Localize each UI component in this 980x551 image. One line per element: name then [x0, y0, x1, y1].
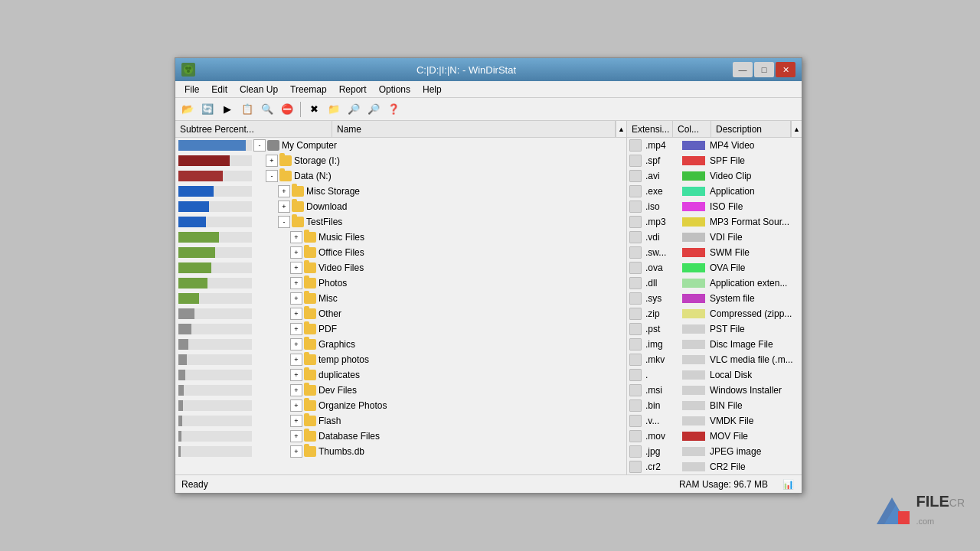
expand-button[interactable]: +	[290, 369, 302, 381]
ext-header-desc[interactable]: Description	[711, 121, 791, 137]
expand-button[interactable]: +	[290, 354, 302, 366]
expand-button[interactable]: +	[266, 155, 278, 167]
tree-header-percent[interactable]: Subtree Percent...	[175, 121, 332, 137]
toolbar-find-button[interactable]: 🔍	[258, 100, 276, 119]
tree-row[interactable]: +Organize Photos	[175, 398, 626, 413]
tree-row[interactable]: +Misc Storage	[175, 184, 626, 199]
ext-scroll-up[interactable]: ▲	[791, 121, 802, 137]
tree-row[interactable]: +Office Files	[175, 245, 626, 260]
menu-item-treemap[interactable]: Treemap	[284, 83, 333, 96]
ext-row[interactable]: .Local Disk	[627, 367, 802, 383]
ext-row[interactable]: .mp3MP3 Format Sour...	[627, 214, 802, 230]
toolbar-zoom-out-button[interactable]: 🔎	[364, 100, 383, 119]
tree-row-name: duplicates	[318, 370, 360, 380]
toolbar-refresh-button[interactable]: 🔄	[198, 100, 217, 119]
ext-row[interactable]: .vdiVDI File	[627, 230, 802, 245]
menu-item-options[interactable]: Options	[373, 83, 416, 96]
tree-row[interactable]: +Photos	[175, 276, 626, 291]
expand-button[interactable]: +	[290, 277, 302, 289]
ext-row[interactable]: .mp4MP4 Video	[627, 138, 802, 153]
tree-row-name: Flash	[318, 416, 341, 426]
ext-row[interactable]: .exeApplication	[627, 184, 802, 199]
ext-row[interactable]: .zipCompressed (zipp...	[627, 306, 802, 321]
tree-scroll-up[interactable]: ▲	[616, 121, 626, 137]
ext-description: Video Clip	[710, 171, 802, 181]
ext-row[interactable]: .imgDisc Image File	[627, 337, 802, 352]
maximize-button[interactable]: □	[754, 62, 774, 77]
expand-button[interactable]: +	[290, 445, 302, 458]
tree-row[interactable]: +Flash	[175, 413, 626, 429]
ext-row[interactable]: .jpgJPEG image	[627, 444, 802, 459]
ext-header-ext[interactable]: Extensi...	[627, 121, 673, 137]
ext-row[interactable]: .isoISO File	[627, 199, 802, 214]
expand-button[interactable]: +	[290, 384, 302, 396]
toolbar-close-button[interactable]: ✖	[305, 100, 323, 119]
ext-row[interactable]: .mkvVLC media file (.m...	[627, 352, 802, 367]
tree-row[interactable]: +Video Files	[175, 260, 626, 276]
tree-row[interactable]: +Thumbs.db	[175, 444, 626, 459]
tree-row[interactable]: +Database Files	[175, 429, 626, 444]
tree-row[interactable]: +Music Files	[175, 230, 626, 245]
ext-row[interactable]: .binBIN File	[627, 398, 802, 413]
toolbar-run-button[interactable]: ▶	[218, 100, 237, 119]
tree-row[interactable]: -TestFiles	[175, 214, 626, 230]
expand-button[interactable]: +	[290, 231, 302, 243]
ext-row[interactable]: .msiWindows Installer	[627, 383, 802, 398]
ext-row[interactable]: .ovaOVA File	[627, 260, 802, 276]
tree-row[interactable]: -My Computer	[175, 138, 626, 153]
expand-button[interactable]: -	[253, 139, 266, 152]
menu-item-edit[interactable]: Edit	[205, 83, 234, 96]
toolbar-folder-button[interactable]: 📁	[325, 100, 343, 119]
expand-button[interactable]: +	[290, 262, 302, 274]
tree-row[interactable]: -Data (N:)	[175, 168, 626, 184]
ext-row[interactable]: .sysSystem file	[627, 291, 802, 306]
expand-button[interactable]: +	[290, 308, 302, 320]
ext-row[interactable]: .cr2CR2 File	[627, 459, 802, 474]
ext-row[interactable]: .pstPST File	[627, 321, 802, 337]
tree-row[interactable]: +Graphics	[175, 337, 626, 352]
expand-button[interactable]: +	[290, 323, 302, 335]
expand-button[interactable]: +	[290, 338, 302, 350]
menu-item-file[interactable]: File	[178, 83, 205, 96]
toolbar-zoom-in-button[interactable]: 🔎	[345, 100, 363, 119]
expand-button[interactable]: +	[290, 246, 302, 259]
ext-row[interactable]: .movMOV File	[627, 429, 802, 444]
tree-row[interactable]: +Storage (I:)	[175, 153, 626, 168]
toolbar-open-button[interactable]: 📂	[178, 100, 197, 119]
tree-row[interactable]: +Download	[175, 199, 626, 214]
tree-header-name[interactable]: Name	[332, 121, 616, 137]
menu-item-clean-up[interactable]: Clean Up	[234, 83, 284, 96]
expand-button[interactable]: +	[290, 399, 302, 412]
tree-row[interactable]: +PDF	[175, 321, 626, 337]
menu-item-report[interactable]: Report	[333, 83, 373, 96]
ext-color-swatch	[682, 447, 705, 456]
expand-button[interactable]: +	[278, 201, 290, 213]
tree-row-name: TestFiles	[306, 217, 342, 227]
menu-item-help[interactable]: Help	[416, 83, 448, 96]
ext-row[interactable]: .v...VMDK File	[627, 413, 802, 429]
close-button[interactable]: ✕	[776, 62, 795, 77]
ext-row[interactable]: .dllApplication exten...	[627, 276, 802, 291]
expand-button[interactable]: -	[266, 170, 278, 182]
minimize-button[interactable]: —	[733, 62, 753, 77]
toolbar-help-button[interactable]: ❓	[384, 100, 403, 119]
expand-button[interactable]: +	[278, 185, 290, 197]
expand-button[interactable]: +	[290, 415, 302, 427]
expand-button[interactable]: +	[290, 292, 302, 305]
ext-row[interactable]: .sw...SWM File	[627, 245, 802, 260]
toolbar-stop-button[interactable]: ⛔	[278, 100, 296, 119]
ext-row[interactable]: .aviVideo Clip	[627, 168, 802, 184]
tree-row[interactable]: +Dev Files	[175, 383, 626, 398]
tree-row[interactable]: +temp photos	[175, 352, 626, 367]
toolbar-copy-button[interactable]: 📋	[238, 100, 256, 119]
tree-scroll[interactable]: -My Computer+Storage (I:)-Data (N:)+Misc…	[175, 138, 626, 474]
ext-header-color[interactable]: Col...	[673, 121, 711, 137]
ext-description: System file	[710, 293, 802, 304]
ext-scroll[interactable]: .mp4MP4 Video.spfSPF File.aviVideo Clip.…	[627, 138, 802, 474]
tree-row[interactable]: +Misc	[175, 291, 626, 306]
tree-row[interactable]: +Other	[175, 306, 626, 321]
ext-row[interactable]: .spfSPF File	[627, 153, 802, 168]
tree-row[interactable]: +duplicates	[175, 367, 626, 383]
expand-button[interactable]: -	[278, 216, 290, 228]
expand-button[interactable]: +	[290, 430, 302, 442]
